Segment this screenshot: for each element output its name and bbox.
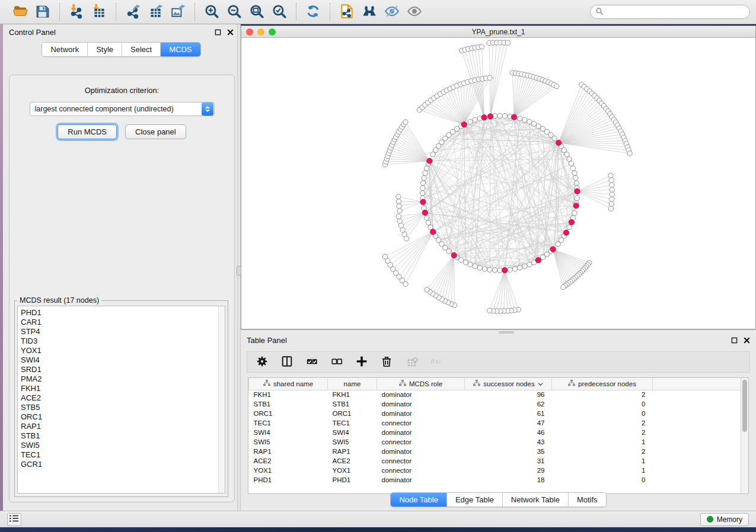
mcds-node-item[interactable]: STB5 [21, 403, 218, 412]
delete-entry-button[interactable] [379, 354, 394, 370]
toolbar-separator [194, 3, 195, 21]
mcds-node-item[interactable]: PHD1 [21, 308, 218, 318]
mcds-node-item[interactable]: RAP1 [21, 422, 218, 431]
mcds-node-item[interactable]: STB1 [21, 431, 218, 441]
zoom-selected-icon [272, 4, 287, 21]
mcds-node-item[interactable]: FKH1 [21, 384, 218, 393]
export-image-button[interactable] [168, 2, 187, 21]
close-panel-button[interactable]: Close panel [125, 124, 186, 139]
svg-text:f(x): f(x) [430, 358, 441, 364]
table-settings-button[interactable] [254, 354, 270, 370]
destroy-table-icon [405, 355, 418, 370]
deselect-all-icon [330, 355, 343, 370]
destroy-table-button[interactable] [404, 354, 419, 370]
select-all-button[interactable] [304, 354, 320, 370]
show-columns-button[interactable] [279, 354, 295, 370]
tab-style[interactable]: Style [88, 43, 122, 56]
mcds-node-item[interactable]: ACE2 [21, 393, 218, 403]
network-graph[interactable] [241, 39, 755, 329]
mcds-result-group: MCDS result (17 nodes) PHD1CAR1STP4TID3Y… [14, 300, 228, 497]
column-header-name[interactable]: name [328, 378, 377, 390]
tab-motifs[interactable]: Motifs [569, 493, 606, 507]
export-table-button[interactable] [146, 2, 165, 21]
table-row[interactable]: STB1STB1dominator620 [249, 399, 741, 409]
tab-mcds[interactable]: MCDS [161, 43, 200, 56]
close-panel-icon[interactable] [227, 29, 234, 36]
save-session-button[interactable] [33, 2, 52, 21]
import-table-button[interactable] [90, 2, 109, 21]
mcds-node-item[interactable]: YOX1 [21, 346, 218, 355]
mcds-node-item[interactable]: STP4 [21, 327, 218, 336]
mcds-node-item[interactable]: SWI4 [21, 355, 218, 365]
run-mcds-button[interactable]: Run MCDS [58, 124, 117, 139]
zoom-fit-button[interactable] [247, 2, 266, 21]
column-header-predecessor-nodes[interactable]: predecessor nodes [552, 378, 653, 390]
mcds-node-item[interactable]: SRD1 [21, 365, 218, 374]
show-graphics-button[interactable] [405, 2, 424, 21]
mcds-node-item[interactable]: CAR1 [21, 318, 218, 327]
table-row[interactable]: RAP1RAP1dominator352 [249, 447, 741, 456]
show-graphics-icon [407, 4, 422, 21]
mcds-node-item[interactable]: SWI5 [21, 441, 218, 450]
table-row[interactable]: ACE2ACE2connector311 [249, 456, 741, 466]
add-entry-button[interactable] [354, 354, 369, 370]
find-button[interactable] [360, 2, 379, 21]
memory-button[interactable]: Memory [700, 513, 749, 526]
refresh-layout-button[interactable] [304, 2, 323, 21]
close-table-panel-icon[interactable] [744, 337, 750, 344]
search-input[interactable] [607, 8, 745, 16]
tab-edge-table[interactable]: Edge Table [447, 493, 503, 507]
network-window: YPA_prune.txt_1 [241, 25, 756, 329]
result-scrollbar[interactable] [218, 306, 225, 493]
control-panel: Control Panel Network Style Select MCDS … [3, 24, 240, 511]
zoom-in-button[interactable] [202, 2, 221, 21]
table-row[interactable]: PHD1PHD1dominator180 [249, 475, 741, 485]
delete-entry-icon [380, 355, 393, 370]
deselect-all-button[interactable] [329, 354, 344, 370]
table-scrollbar[interactable] [741, 378, 748, 493]
control-panel-title: Control Panel [9, 28, 56, 37]
column-header-shared-name[interactable]: shared name [249, 378, 328, 390]
mcds-node-item[interactable]: TEC1 [21, 450, 218, 460]
hide-graphics-button[interactable] [382, 2, 401, 21]
table-row[interactable]: TEC1TEC1connector472 [249, 418, 741, 428]
float-table-panel-icon[interactable] [731, 337, 738, 344]
table-row[interactable]: SWI4SWI4dominator462 [249, 428, 741, 437]
table-scrollbar-thumb[interactable] [742, 380, 747, 432]
mcds-node-item[interactable]: ORC1 [21, 412, 218, 422]
mcds-node-item[interactable]: TID3 [21, 336, 218, 346]
mcds-result-title: MCDS result (17 nodes) [17, 296, 101, 305]
function-builder-button[interactable]: f(x) [429, 354, 444, 370]
table-row[interactable]: SWI5SWI5connector431 [249, 437, 741, 447]
refresh-layout-icon [305, 4, 321, 21]
tab-select[interactable]: Select [122, 43, 161, 56]
mcds-node-item[interactable]: GCR1 [21, 460, 218, 469]
float-panel-icon[interactable] [215, 29, 221, 36]
column-header-MCDS-role[interactable]: MCDS role [377, 378, 465, 390]
open-file-button[interactable] [11, 2, 30, 21]
network-titlebar[interactable]: YPA_prune.txt_1 [241, 26, 755, 38]
table-row[interactable]: YOX1YOX1connector291 [249, 466, 741, 475]
import-network-button[interactable] [67, 2, 86, 21]
mcds-node-item[interactable]: PMA2 [21, 374, 218, 384]
node-table[interactable]: shared namenameMCDS rolesuccessor nodesp… [248, 378, 741, 485]
table-panel-drag-handle[interactable] [499, 331, 514, 334]
tab-network-table[interactable]: Network Table [503, 493, 569, 507]
table-row[interactable]: ORC1ORC1dominator610 [249, 409, 741, 418]
search-box[interactable] [590, 5, 750, 19]
export-network-button[interactable] [123, 2, 142, 21]
zoom-selected-button[interactable] [270, 2, 289, 21]
zoom-out-button[interactable] [225, 2, 244, 21]
import-network-icon [69, 4, 84, 21]
criterion-dropdown[interactable]: largest connected component (undirected) [30, 102, 215, 116]
network-canvas[interactable] [241, 39, 755, 329]
network-file-button[interactable] [337, 2, 356, 21]
chevron-down-icon[interactable] [538, 380, 543, 387]
export-image-icon [170, 4, 186, 21]
table-row[interactable]: FKH1FKH1dominator962 [249, 390, 741, 399]
tab-node-table[interactable]: Node Table [391, 493, 447, 507]
column-header-successor-nodes[interactable]: successor nodes [465, 378, 552, 390]
task-history-button[interactable] [7, 513, 21, 526]
mcds-result-list[interactable]: PHD1CAR1STP4TID3YOX1SWI4SRD1PMA2FKH1ACE2… [18, 306, 218, 493]
tab-network[interactable]: Network [42, 43, 88, 56]
